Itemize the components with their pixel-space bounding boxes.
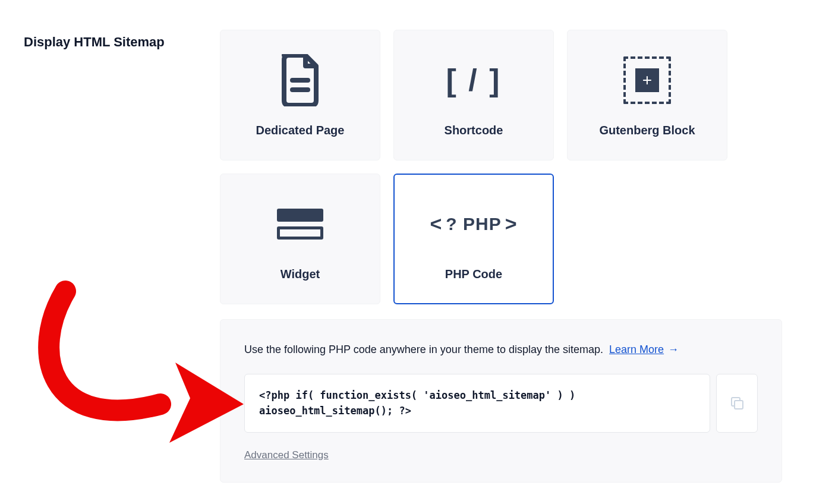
svg-rect-3 <box>735 401 743 409</box>
widget-icon <box>277 197 323 251</box>
option-dedicated-page[interactable]: Dedicated Page <box>220 30 380 160</box>
copy-icon <box>729 395 745 411</box>
shortcode-icon: [ / ] <box>446 53 502 107</box>
learn-more-link[interactable]: Learn More <box>609 344 664 355</box>
option-php-code[interactable]: < ? PHP > PHP Code <box>393 174 554 304</box>
option-shortcode[interactable]: [ / ] Shortcode <box>393 30 554 160</box>
option-label: Gutenberg Block <box>599 124 695 137</box>
display-options-grid: Dedicated Page [ / ] Shortcode + Gutenbe… <box>220 30 808 304</box>
help-text: Use the following PHP code anywhere in y… <box>244 344 758 356</box>
gutenberg-icon: + <box>623 53 671 107</box>
section-title: Display HTML Sitemap <box>24 30 202 483</box>
php-icon: < ? PHP > <box>430 197 517 251</box>
option-label: Widget <box>281 267 320 281</box>
advanced-settings-link[interactable]: Advanced Settings <box>244 449 329 461</box>
option-label: Dedicated Page <box>256 124 345 137</box>
option-label: Shortcode <box>445 124 503 137</box>
option-widget[interactable]: Widget <box>220 174 380 304</box>
external-link-icon: → <box>665 344 679 355</box>
main-content: Dedicated Page [ / ] Shortcode + Gutenbe… <box>220 30 808 483</box>
option-label: PHP Code <box>445 267 502 281</box>
copy-button[interactable] <box>716 374 758 433</box>
option-gutenberg-block[interactable]: + Gutenberg Block <box>567 30 727 160</box>
php-code-panel: Use the following PHP code anywhere in y… <box>220 319 782 483</box>
page-icon <box>278 53 322 107</box>
php-code-snippet[interactable]: <?php if( function_exists( 'aioseo_html_… <box>244 374 710 433</box>
